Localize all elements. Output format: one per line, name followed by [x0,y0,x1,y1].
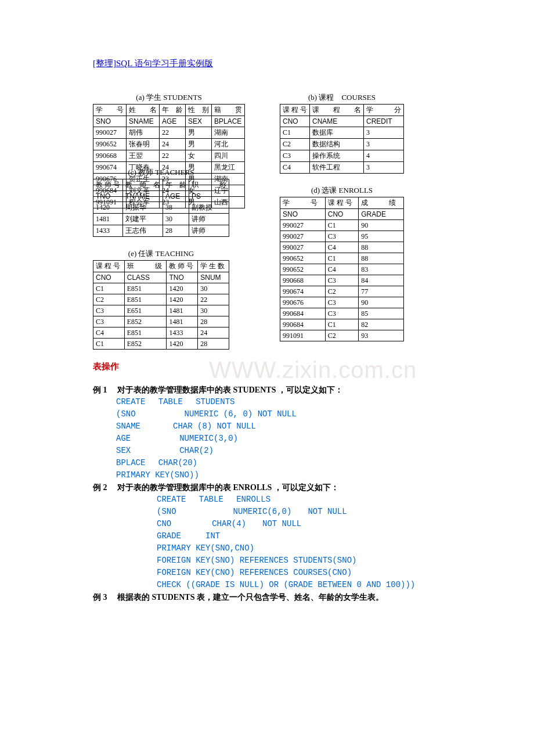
example-1-code: CREATE TABLE STUDENTS (SNO NUMERIC (6, 0… [93,396,441,481]
table-courses: 课 程 号课 程 名学 分CNOCNAMECREDITC1数据库3C2数据结构3… [280,104,404,174]
table-enrolls: 学 号课 程 号成 绩SNOCNOGRADE990027C190990027C3… [280,197,404,341]
example-3-title: 例 3 根据表的 STUDENTS 表，建立一个只包含学号、姓名、年龄的女学生表… [93,593,384,602]
table-b-caption: (b) 课程 COURSES [280,92,404,103]
example-1-title: 例 1 对于表的教学管理数据库中的表 STUDENTS ，可以定义如下： [93,386,343,394]
document-page: [整理]SQL 语句学习手册实例版 (a) 学生 STUDENTS 学 号姓 名… [0,0,534,638]
table-d-caption: (d) 选课 ENROLLS [280,185,404,196]
doc-title-link[interactable]: [整理]SQL 语句学习手册实例版 [93,58,213,69]
example-1: 例 1 对于表的教学管理数据库中的表 STUDENTS ，可以定义如下： CRE… [93,384,441,481]
table-c-caption: (c) 教师 TEACHERS [93,167,229,178]
example-2-code: CREATE TABLE ENROLLS (SNO NUMERIC(6,0) N… [93,494,441,591]
section-heading: 表操作 [93,361,441,372]
table-teaching: 课 程 号班 级教 师 号学 生 数CNOCLASSTNOSNUMC1E8511… [93,260,229,350]
table-e-caption: (e) 任课 TEACHING [93,249,229,259]
example-2-title: 例 2 对于表的教学管理数据库中的表 ENROLLS ，可以定义如下： [93,483,339,492]
example-3: 例 3 根据表的 STUDENTS 表，建立一个只包含学号、姓名、年龄的女学生表… [93,591,441,603]
table-teachers: 教 师 号教 师 名年 龄职 称TNOTNAMEAGEPS1420周振华38副教… [93,179,229,237]
example-2: 例 2 对于表的教学管理数据库中的表 ENROLLS ，可以定义如下： CREA… [93,481,441,591]
table-a-caption: (a) 学生 STUDENTS [93,92,245,103]
